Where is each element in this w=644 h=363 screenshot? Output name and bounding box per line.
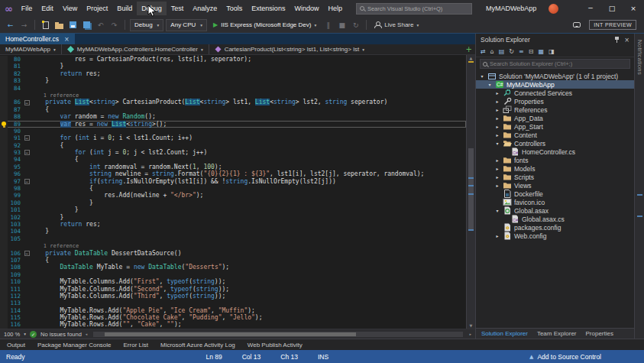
chevron-collapsed-icon[interactable]: ▸ xyxy=(494,183,500,188)
menu-item-extensions[interactable]: Extensions xyxy=(247,2,290,15)
collapse-all-icon[interactable]: ⊟ xyxy=(529,48,534,55)
home-icon[interactable]: ⌂ xyxy=(490,48,494,55)
tree-item-scripts[interactable]: ▸Scripts xyxy=(476,173,634,181)
chevron-expanded-icon[interactable]: ▾ xyxy=(479,73,485,79)
properties-page-icon[interactable]: ▦ xyxy=(538,48,544,55)
menu-item-file[interactable]: File xyxy=(17,2,37,15)
navigate-forward-icon[interactable]: → xyxy=(18,19,30,31)
tree-item-global-asax-cs[interactable]: C#Global.asax.cs xyxy=(476,215,634,223)
new-file-icon[interactable] xyxy=(40,19,51,31)
menu-item-build[interactable]: Build xyxy=(112,2,137,15)
se-tab-properties[interactable]: Properties xyxy=(586,330,613,337)
tree-item-content[interactable]: ▸Content xyxy=(476,131,634,139)
fold-collapse-icon[interactable] xyxy=(24,135,30,141)
chevron-collapsed-icon[interactable]: ▸ xyxy=(494,124,500,129)
preview-selected-items-icon[interactable]: ◨ xyxy=(549,48,555,55)
status-column[interactable]: Col 13 xyxy=(242,353,261,361)
tree-item-models[interactable]: ▸Models xyxy=(476,164,634,173)
se-tab-team-explorer[interactable]: Team Explorer xyxy=(537,330,577,337)
fold-collapse-icon[interactable] xyxy=(24,179,30,184)
close-icon[interactable]: × xyxy=(624,37,629,44)
panel-tab-microsoft-azure-activity-log[interactable]: Microsoft Azure Activity Log xyxy=(160,342,235,348)
chevron-collapsed-icon[interactable]: ▸ xyxy=(494,166,500,171)
close-icon[interactable]: × xyxy=(64,36,70,43)
zoom-level[interactable]: 100 % xyxy=(4,331,20,338)
tree-item-controllers[interactable]: ▾Controllers xyxy=(476,139,634,147)
chevron-collapsed-icon[interactable]: ▸ xyxy=(494,233,500,238)
tree-item-web-config[interactable]: ▸Web.config xyxy=(476,232,634,240)
scrollbar-thumb[interactable] xyxy=(105,332,356,336)
chevron-collapsed-icon[interactable]: ▸ xyxy=(494,174,500,180)
chevron-collapsed-icon[interactable]: ▸ xyxy=(494,157,500,163)
chevron-expanded-icon[interactable]: ▾ xyxy=(494,208,500,213)
maximize-button[interactable]: □ xyxy=(601,0,623,17)
menu-item-help[interactable]: Help xyxy=(323,2,347,15)
save-icon[interactable] xyxy=(67,19,79,31)
chevron-collapsed-icon[interactable]: ▸ xyxy=(494,99,500,104)
restart-icon[interactable]: ↻ xyxy=(350,19,361,31)
panel-tab-web-publish-activity[interactable]: Web Publish Activity xyxy=(248,342,303,348)
scroll-down-icon[interactable]: ▼ xyxy=(467,323,475,328)
breadcrumb-project-dropdown[interactable]: MyMADWebApp ▾ xyxy=(0,44,62,54)
se-tab-solution-explorer[interactable]: Solution Explorer xyxy=(481,330,528,337)
tree-item-solution-mymadwebapp-1-of-1-project[interactable]: ▾Solution 'MyMADWebApp' (1 of 1 project) xyxy=(476,72,634,80)
split-window-plus-icon[interactable]: + xyxy=(463,45,475,53)
panel-tab-output[interactable]: Output xyxy=(7,342,25,348)
menu-item-project[interactable]: Project xyxy=(82,2,112,15)
solution-platform-dropdown[interactable]: Any CPU ▾ xyxy=(166,19,207,31)
tree-item-connected-services[interactable]: ▸Connected Services xyxy=(476,89,634,97)
pin-icon[interactable] xyxy=(614,37,620,44)
issues-status[interactable]: No issues found xyxy=(40,331,82,338)
tab-homecontroller[interactable]: HomeController.cs × xyxy=(0,34,75,44)
undo-icon[interactable]: ↶ xyxy=(95,19,106,31)
notifications-tab[interactable]: Notifications xyxy=(636,40,643,75)
tree-item-mymadwebapp[interactable]: ▾C#MyMADWebApp xyxy=(476,80,634,89)
menu-item-edit[interactable]: Edit xyxy=(37,2,58,15)
scrollbar-thumb[interactable] xyxy=(468,148,474,230)
global-search-box[interactable]: Search Visual Studio (Ctrl+Q) xyxy=(356,3,472,15)
show-all-files-icon[interactable]: ▤ xyxy=(499,48,505,55)
menu-item-tools[interactable]: Tools xyxy=(222,2,247,15)
open-file-icon[interactable] xyxy=(53,19,65,31)
scroll-right-icon[interactable]: ▸ xyxy=(469,332,471,336)
menu-item-window[interactable]: Window xyxy=(290,2,323,15)
scroll-up-icon[interactable]: ▲ xyxy=(467,56,475,60)
user-avatar[interactable] xyxy=(549,4,558,14)
panel-tab-package-manager-console[interactable]: Package Manager Console xyxy=(37,342,112,348)
menu-item-debug[interactable]: Debug xyxy=(137,2,167,15)
tree-item-dockerfile[interactable]: Dockerfile xyxy=(476,190,634,198)
menu-item-analyze[interactable]: Analyze xyxy=(188,2,222,15)
chevron-collapsed-icon[interactable]: ▸ xyxy=(494,90,500,96)
int-preview-badge[interactable]: INT PREVIEW xyxy=(589,20,636,30)
add-to-source-control-button[interactable]: ▲ Add to Source Control xyxy=(529,353,601,361)
lightbulb-icon[interactable] xyxy=(2,122,6,126)
breadcrumb-type-dropdown[interactable]: MyMADWebApp.Controllers.HomeController ▾ xyxy=(62,44,209,54)
tree-item-packages-config[interactable]: packages.config xyxy=(476,223,634,232)
status-line[interactable]: Ln 89 xyxy=(205,353,222,361)
tree-item-favicon-ico[interactable]: favicon.ico xyxy=(476,198,634,206)
redo-icon[interactable]: ↷ xyxy=(108,19,120,31)
status-insert-mode[interactable]: INS xyxy=(318,353,328,361)
nest-related-files-icon[interactable]: ≡ xyxy=(519,48,524,55)
minimize-button[interactable]: ─ xyxy=(580,0,601,17)
status-character[interactable]: Ch 13 xyxy=(280,353,298,361)
chevron-expanded-icon[interactable]: ▾ xyxy=(494,141,500,146)
tree-item-fonts[interactable]: ▸fonts xyxy=(476,156,634,164)
chevron-collapsed-icon[interactable]: ▸ xyxy=(494,107,500,112)
panel-tab-error-list[interactable]: Error List xyxy=(124,342,148,348)
feedback-icon[interactable] xyxy=(573,22,581,28)
break-all-icon[interactable]: ‖ xyxy=(322,19,334,31)
stop-debugging-icon[interactable]: ■ xyxy=(336,19,348,31)
tree-item-global-asax[interactable]: ▾Global.asax xyxy=(476,206,634,215)
tree-item-app-start[interactable]: ▸App_Start xyxy=(476,122,634,131)
fold-collapse-icon[interactable] xyxy=(24,150,30,155)
fold-collapse-icon[interactable] xyxy=(24,100,30,105)
tree-item-app-data[interactable]: ▸App_Data xyxy=(476,114,634,122)
save-all-icon[interactable] xyxy=(81,19,92,31)
chevron-collapsed-icon[interactable]: ▸ xyxy=(494,132,500,138)
navigate-back-icon[interactable]: ← xyxy=(5,19,16,31)
tree-item-properties[interactable]: ▸Properties xyxy=(476,97,634,105)
tree-item-views[interactable]: ▸Views xyxy=(476,181,634,190)
tree-item-references[interactable]: ▸References xyxy=(476,105,634,114)
switch-views-icon[interactable]: ⇄ xyxy=(481,48,486,55)
